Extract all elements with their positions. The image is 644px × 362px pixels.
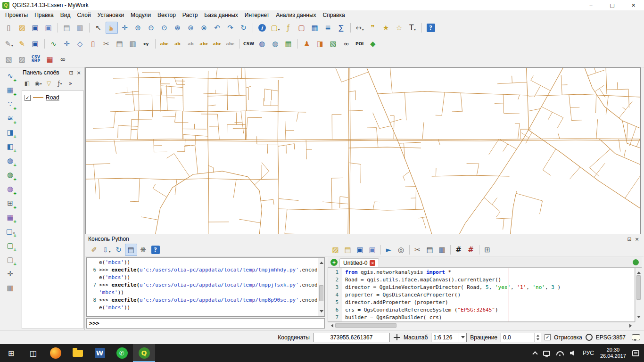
menu-database[interactable]: База данных — [201, 11, 241, 19]
taskbar-firefox[interactable] — [44, 344, 66, 362]
console-help[interactable]: ? — [149, 244, 162, 256]
scale-combobox[interactable]: 1:6 126 — [431, 333, 467, 342]
zoom-next[interactable]: ↷ — [224, 22, 237, 34]
tab-untitled-0[interactable]: Untitled-0 ✕ — [339, 258, 379, 267]
show-bookmarks[interactable]: ☆ — [393, 22, 405, 34]
new-bookmark[interactable]: ★ — [380, 22, 392, 34]
csw-search[interactable]: CSW — [243, 38, 255, 50]
scrollbar-thumb[interactable] — [335, 323, 396, 328]
graphical-modeler[interactable]: ▧ — [327, 38, 339, 50]
new-project[interactable]: ▯ — [3, 22, 15, 34]
console-options[interactable]: ❋ — [137, 244, 149, 256]
hidden-icons-chevron-icon[interactable] — [532, 351, 537, 356]
taskbar-whatsapp[interactable]: ✆ — [111, 344, 133, 362]
measure[interactable]: ↔▾ — [354, 22, 366, 34]
run-command[interactable]: ↻ — [113, 244, 125, 256]
copy-features[interactable]: ▤ — [114, 38, 126, 50]
save-project-as[interactable]: ▣ — [42, 22, 55, 34]
menu-web[interactable]: Интернет — [241, 11, 272, 19]
keyboard-language[interactable]: РУС — [583, 350, 594, 356]
menu-edit[interactable]: Правка — [31, 11, 57, 19]
open-attribute-table[interactable]: ▦ — [309, 22, 321, 34]
raster-terrain[interactable]: ▧ — [3, 53, 15, 66]
new-print-composer[interactable]: ▤ — [61, 22, 73, 34]
clock[interactable]: 20:30 26.04.2017 — [600, 347, 626, 359]
new-tab-icon[interactable]: + — [330, 259, 338, 266]
scrollbar-thumb[interactable] — [319, 285, 323, 301]
toggle-comment[interactable]: # — [453, 244, 465, 256]
processing-toolbox[interactable]: ◨ — [314, 38, 326, 50]
close-panel-icon[interactable]: × — [633, 235, 641, 243]
current-edits[interactable]: ✎▾ — [3, 38, 15, 50]
binoculars-search[interactable]: ∞ — [57, 53, 69, 66]
zoom-in[interactable]: ⊕ — [132, 22, 144, 34]
label-highlight[interactable]: ab — [185, 38, 197, 50]
action-center-icon[interactable] — [632, 350, 639, 356]
deselect-features[interactable]: ▢ — [296, 22, 308, 34]
add-virtual-layer[interactable]: ▦ — [4, 211, 17, 223]
new-spatialite-layer[interactable]: ▢ — [4, 239, 17, 252]
menu-settings[interactable]: Установки — [94, 11, 127, 19]
coordinates-input[interactable]: 373955,6261367 — [313, 333, 390, 342]
clipboard-layer[interactable]: ▥ — [4, 282, 17, 294]
add-spatialite-layer[interactable]: ≋ — [4, 112, 17, 124]
add-wms-layer[interactable]: ◍ — [4, 155, 17, 167]
filter-by-expression[interactable]: ƒ▾ — [55, 79, 65, 88]
menu-layer[interactable]: Слой — [74, 11, 94, 19]
touch-zoom-pan[interactable]: ↖ — [92, 22, 105, 34]
editor-vscrollbar[interactable] — [635, 268, 642, 322]
task-view-button[interactable]: ◫ — [22, 344, 44, 362]
open-in-external-editor[interactable]: ▤ — [342, 244, 354, 256]
clear-console[interactable]: ✐ — [88, 244, 100, 256]
node-tool[interactable]: ◇ — [74, 38, 86, 50]
scrollbar-thumb[interactable] — [636, 275, 641, 300]
messages-icon[interactable] — [632, 334, 640, 340]
chevron-down-icon[interactable] — [459, 333, 466, 342]
console-scrollbar[interactable] — [318, 258, 324, 316]
zoom-out[interactable]: ⊖ — [145, 22, 157, 34]
add-wcs-layer[interactable]: ◍ — [4, 169, 17, 181]
zoom-full[interactable]: ⊛ — [172, 22, 184, 34]
label-move[interactable]: abc — [198, 38, 210, 50]
grid-tool[interactable]: ▦ — [44, 53, 56, 66]
open-project[interactable]: ▨ — [16, 22, 28, 34]
move-feature[interactable]: ✛ — [61, 38, 73, 50]
field-calculator[interactable]: ≣ — [322, 22, 334, 34]
add-feature[interactable]: ∿ — [48, 38, 60, 50]
search-layers[interactable]: ∞ — [340, 38, 353, 50]
crs-status[interactable]: EPSG:3857 — [596, 334, 626, 341]
save-script[interactable]: ▣ — [354, 244, 366, 256]
editor-hscrollbar[interactable] — [328, 322, 635, 329]
console-input[interactable]: >>> — [86, 318, 325, 329]
start-button[interactable]: ⊞ — [0, 344, 22, 362]
new-scratch-layer[interactable]: ▢ — [4, 254, 17, 266]
text-annotation[interactable]: T▾ — [406, 22, 419, 34]
pan-to-selection[interactable]: ✛ — [119, 22, 131, 34]
add-mssql-layer[interactable]: ◨ — [4, 126, 17, 139]
metasearch-settings[interactable]: ◍ — [269, 38, 281, 50]
close-panel-icon[interactable]: × — [75, 69, 83, 76]
menu-view[interactable]: Вид — [57, 11, 74, 19]
rotation-spinbox[interactable]: 0,0 — [501, 333, 541, 342]
map-tips[interactable]: ❞ — [367, 22, 379, 34]
mouse-position-icon[interactable] — [393, 334, 400, 341]
delete-selected[interactable]: ▯ — [87, 38, 99, 50]
place-search[interactable]: ♟ — [301, 38, 313, 50]
zoom-to-selection[interactable]: ⊚ — [185, 22, 197, 34]
float-panel-icon[interactable]: ⊡ — [626, 235, 633, 243]
metasearch[interactable]: ◍ — [256, 38, 268, 50]
label-properties[interactable]: abc — [224, 38, 237, 50]
menu-processing[interactable]: Анализ данных — [272, 11, 319, 19]
add-wfs-layer[interactable]: ◍ — [4, 183, 17, 195]
map-canvas[interactable] — [85, 67, 641, 234]
layer-checkbox[interactable]: ✓ — [25, 95, 31, 101]
volume-icon[interactable] — [570, 350, 577, 356]
taskbar-explorer[interactable] — [66, 344, 89, 362]
maximize-button[interactable]: ▢ — [602, 0, 623, 10]
menu-help[interactable]: Справка — [320, 11, 348, 19]
taskbar-qgis[interactable]: Q — [133, 344, 155, 362]
object-inspector[interactable]: ⊞ — [481, 244, 494, 256]
add-oracle-layer[interactable]: ◧ — [4, 140, 17, 153]
help[interactable]: ? — [425, 22, 437, 34]
minimize-button[interactable]: – — [580, 0, 602, 10]
